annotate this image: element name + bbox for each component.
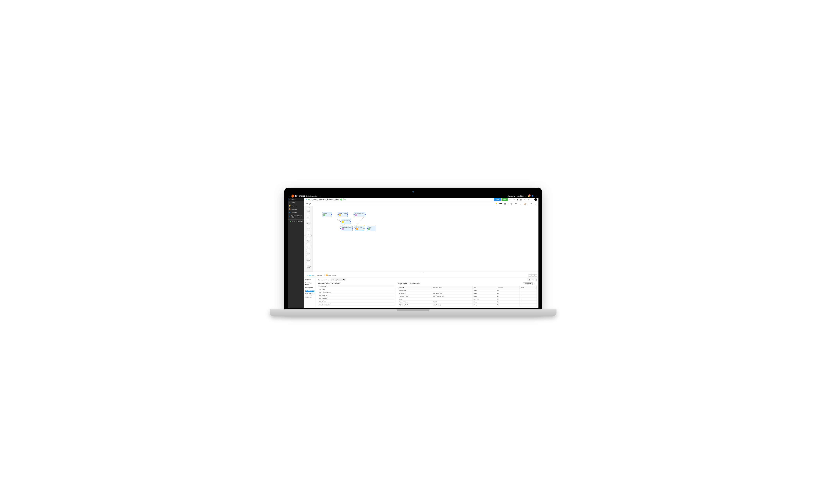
node-parse-contact[interactable]: Parse_contact [338, 212, 348, 217]
bell-icon[interactable]: 🔔0 [528, 195, 530, 197]
org-name[interactable]: Informatica Ireland Ltd [507, 195, 524, 197]
hamburger-icon[interactable]: ≡ [290, 195, 290, 197]
col-name[interactable]: Name ▴ [398, 286, 432, 289]
layout-view-2[interactable] [531, 274, 534, 276]
zoom-out-icon[interactable]: ⊖ [534, 202, 537, 205]
col-type[interactable]: Type [472, 286, 496, 289]
kebab-icon[interactable]: ⋮ [533, 282, 537, 285]
node-exp-contact-safe[interactable]: exp_contact_safe [354, 212, 365, 217]
options-button[interactable]: Options ▾ [527, 278, 537, 281]
validate-icon[interactable]: ▣ [516, 198, 519, 201]
table-row[interactable]: Datedate/time299 [398, 298, 536, 300]
palette-source[interactable]: Source [304, 206, 313, 212]
node-parse-address[interactable]: Parse_address [341, 218, 351, 224]
kebab-icon[interactable]: ⋮ [531, 198, 534, 201]
palette-deduplicate[interactable]: Deduplicate [304, 236, 313, 242]
col-fieldname[interactable]: Field Name ▴ [318, 285, 395, 288]
table-row[interactable]: out_Address_Line [318, 303, 395, 305]
user-icon[interactable]: 👤 [532, 195, 534, 197]
target-fields-title: Target Fields: (7 of 13 mapped) [398, 283, 419, 285]
side-tab-incoming-fields[interactable]: Incoming Fields [304, 281, 316, 286]
node-exp-address-safe[interactable]: exp_address_safe [341, 226, 353, 231]
mapping-icon: ▣ [290, 221, 291, 222]
palette-data-masking[interactable]: Data Masking [304, 231, 313, 237]
sidebar-item-bundles[interactable]: 📦Bundles [288, 208, 304, 211]
col-scale[interactable]: Scale [520, 286, 536, 289]
notif-badge: 0 [529, 194, 531, 196]
table-row[interactable]: out_postcode [318, 297, 395, 300]
side-tab-general[interactable]: General [304, 278, 316, 281]
table-row[interactable]: Address_Part2out_Countrystring800 [398, 303, 536, 306]
bulb-icon[interactable]: 💡 [495, 203, 497, 204]
node-source[interactable]: Source [322, 212, 332, 217]
sidebar-item-my-import-export-logs[interactable]: ▤My Import/Export Logs [288, 214, 304, 219]
help-icon[interactable]: ? [536, 195, 536, 197]
side-tab-output-fields[interactable]: Output Fields [304, 292, 316, 296]
palette-target[interactable]: Target [304, 212, 313, 218]
zoom-in-icon[interactable]: ⊕ [530, 202, 533, 205]
sidebar-item-new-[interactable]: +New... [288, 198, 304, 201]
toggle-switch[interactable]: OFF [498, 203, 502, 204]
sidebar-icon: 📦 [289, 208, 291, 210]
col-precision[interactable]: Precision [496, 286, 520, 289]
parse-icon [339, 214, 341, 216]
chevron-down-icon[interactable]: ▾ [525, 195, 526, 197]
run-button[interactable]: Run [501, 198, 508, 201]
sidebar-item-label: Explore [292, 205, 297, 207]
table-row[interactable]: GroupKeyout_group_keystring300 [398, 292, 536, 295]
node-target[interactable]: Target [367, 226, 376, 231]
validation-badge: ✓ Valid [341, 199, 346, 200]
close-circle-icon[interactable] [534, 198, 537, 201]
redo-icon[interactable]: ↷ [512, 198, 515, 201]
sidebar-item-my-jobs[interactable]: ▤My Jobs [288, 211, 304, 214]
design-canvas[interactable]: Source Parse_contact exp_contact_safe [313, 206, 538, 271]
cut-icon[interactable]: ✂ [514, 202, 517, 205]
col-mapped-field[interactable]: Mapped Field [432, 286, 472, 289]
field-map-select[interactable]: Manual [331, 278, 346, 281]
tab-properties[interactable]: Properties [306, 274, 315, 277]
link-icon[interactable]: ⧉ [523, 198, 526, 201]
sql-icon[interactable]: ▤ [520, 198, 523, 201]
undo-icon[interactable]: ↶ [509, 198, 512, 201]
chevron-down-icon[interactable]: ▾ [319, 195, 320, 197]
tab-deduplicate[interactable]: Deduplicate [328, 274, 338, 277]
palette-hierarchy-builder[interactable]: Hierarchy Builder [304, 254, 313, 261]
palette-icon [307, 231, 310, 234]
table-row[interactable]: out_group_key [318, 294, 395, 297]
side-tab-advanced[interactable]: Advanced [304, 296, 316, 299]
drag-handle-icon[interactable]: • • • [304, 272, 538, 274]
tree-toggle-icon[interactable]: ⊕ [306, 199, 307, 200]
app-name[interactable]: Data Integration [306, 195, 318, 197]
table-row[interactable]: out_Phone_number [318, 291, 395, 294]
sidebar-icon: 📁 [289, 205, 291, 207]
palette-expression[interactable]: Expression [304, 242, 313, 248]
palette-hierarchy-parser[interactable]: Hierarchy Parser [304, 261, 313, 269]
table-row[interactable]: out_Country [318, 300, 395, 303]
side-tab-field-mapping[interactable]: Field Mapping [304, 289, 316, 292]
automap-button[interactable]: Automap ▾ [523, 282, 533, 285]
paste-icon[interactable]: 📋 [523, 202, 526, 205]
table-row[interactable]: out_email [318, 288, 395, 291]
node-deduplicate[interactable]: Deduplicate [355, 226, 364, 231]
palette-icon [307, 207, 310, 210]
delete-icon[interactable]: 🗑 [510, 202, 513, 205]
palette-aggregator[interactable]: Aggregator [304, 218, 313, 225]
dedup-icon [356, 228, 358, 230]
tab-preview[interactable]: Preview [315, 274, 323, 277]
layout-view-3[interactable] [534, 274, 537, 276]
table-row[interactable]: SequenceIdbigint190 [398, 289, 536, 292]
table-row[interactable]: Address_Part1out_Address_Linestring800 [398, 295, 536, 298]
sidebar-item-home[interactable]: ⌂Home [288, 201, 304, 204]
palette-cleanse[interactable]: Cleanse [304, 224, 313, 231]
sidebar-item-explore[interactable]: 📁Explore [288, 204, 304, 208]
palette-filter[interactable]: Filter [304, 248, 313, 254]
copy-icon[interactable]: ⎘ [519, 202, 522, 205]
side-tab-deduplicate[interactable]: Deduplicate [304, 286, 316, 289]
app-titlebar: ≡ Informatica Data Integration ▾ Informa… [288, 194, 538, 198]
edit-icon[interactable]: ✎ [527, 198, 530, 201]
save-button[interactable]: Save [494, 198, 501, 201]
layout-view-1[interactable] [529, 274, 531, 276]
table-row[interactable]: Person_NameNAMEstring800 [398, 300, 536, 303]
grid-icon[interactable]: ▦ [504, 202, 507, 205]
open-mapping-item[interactable]: • ▣ m_parse_deduplica... ✕ [288, 220, 304, 223]
